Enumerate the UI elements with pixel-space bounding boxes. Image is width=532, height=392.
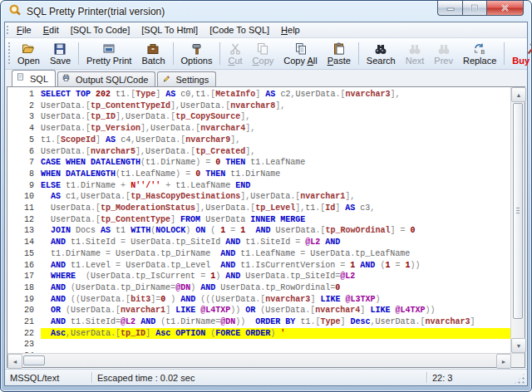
code-text: UserData.[tp_ContentType] FROM UserData … [41, 214, 510, 226]
toolbar-button-label: Open [17, 56, 40, 66]
menu-item-sql-to-html[interactable]: [SQL To Html] [135, 24, 204, 36]
menubar-grip[interactable] [6, 25, 9, 35]
line-number: 5 [7, 135, 41, 146]
code-line[interactable]: 21 AND t1.SiteId=@L2 AND (t1.DirName=@DN… [7, 316, 510, 328]
code-text: UserData.[tp_Version],UserData.[nvarchar… [41, 123, 510, 135]
code-line[interactable]: 13 JOIN Docs AS t1 WITH(NOLOCK) ON ( 1 =… [7, 225, 510, 237]
scroll-up-button[interactable]: ▲ [511, 87, 526, 102]
scroll-down-button[interactable]: ▼ [511, 338, 526, 353]
code-text: AND (UserData.tp_DirName=@DN) AND UserDa… [41, 282, 510, 294]
client-area: FileEdit[SQL To Code][SQL To Html][Code … [4, 22, 528, 386]
status-cursor-position: 22: 3 [427, 370, 514, 385]
code-line[interactable]: 17 WHERE (UserData.tp_IsCurrent = 1) AND… [7, 271, 510, 282]
code-line[interactable]: 12 UserData.[tp_ContentType] FROM UserDa… [7, 214, 510, 226]
toolbar-separator [504, 42, 505, 65]
line-number: 9 [7, 180, 41, 192]
svg-text:B: B [481, 49, 485, 55]
code-line[interactable]: 7CASE WHEN DATALENGTH(t1.DirName) = 0 TH… [7, 157, 510, 169]
pretty-print-icon [102, 42, 116, 56]
horizontal-scroll-track[interactable] [46, 354, 496, 367]
menu-item-sql-to-code[interactable]: [SQL To Code] [65, 24, 136, 36]
tab-settings[interactable]: Settings [157, 71, 216, 86]
menu-bar: FileEdit[SQL To Code][SQL To Html][Code … [5, 22, 527, 38]
code-line[interactable]: 23 [7, 339, 510, 350]
vertical-scrollbar[interactable]: ▲ ▼ [510, 87, 525, 353]
code-line[interactable]: 2UserData.[tp_ContentTypeId],UserData.[n… [7, 100, 510, 112]
line-number: 16 [7, 260, 41, 272]
line-number: 8 [7, 169, 41, 180]
scroll-left-button[interactable]: ◄ [7, 354, 22, 369]
prev-icon [437, 42, 451, 56]
line-number: 2 [7, 100, 41, 112]
line-number: 21 [7, 316, 41, 328]
tab-label: Settings [175, 75, 209, 85]
minimize-button[interactable] [437, 1, 462, 16]
copy-all-button[interactable]: Copy All [278, 39, 322, 68]
code-text: AS c1,UserData.[tp_HasCopyDestinations],… [41, 191, 510, 203]
code-line[interactable]: 11 UserData.[tp_ModerationStatus],UserDa… [7, 203, 510, 214]
open-button[interactable]: Open [12, 39, 45, 68]
horizontal-scrollbar[interactable]: ◄ ► [7, 354, 511, 367]
cut-button: Cut [223, 39, 247, 68]
batch-button[interactable]: Batch [136, 39, 170, 68]
tab-sql[interactable]: SQL [12, 70, 56, 86]
menu-item-help[interactable]: Help [275, 24, 306, 36]
prev-button: Prev [429, 39, 458, 68]
close-button[interactable] [486, 1, 524, 16]
code-line[interactable]: 4UserData.[tp_Version],UserData.[nvarcha… [7, 123, 510, 135]
code-text: OR (UserData.[nvarchar1] LIKE @L4TXP)) O… [41, 305, 510, 316]
line-number: 13 [7, 225, 41, 237]
line-number: 18 [7, 282, 41, 294]
options-button[interactable]: Options [176, 39, 218, 68]
code-line[interactable]: 6UserData.[nvarchar5],UserData.[tp_Creat… [7, 146, 510, 158]
code-text: t1.DirName = UserData.tp_DirName AND t1.… [41, 248, 510, 260]
code-line[interactable]: 20 OR (UserData.[nvarchar1] LIKE @L4TXP)… [7, 305, 510, 316]
code-line[interactable]: 5t1.[ScopeId] AS c4,UserData.[nvarchar9]… [7, 135, 510, 146]
code-line[interactable]: 18 AND (UserData.tp_DirName=@DN) AND Use… [7, 282, 510, 294]
tab-label: Output SQL/Code [76, 75, 148, 85]
vertical-scroll-thumb[interactable] [513, 103, 523, 319]
maximize-button[interactable] [462, 1, 486, 16]
buy-now-button[interactable]: Buy Now [507, 39, 532, 68]
search-button[interactable]: Search [362, 39, 401, 68]
resize-grip[interactable] [514, 373, 525, 385]
code-line[interactable]: 1SELECT TOP 202 t1.[Type] AS c0,t1.[Meta… [7, 89, 510, 100]
line-number: 20 [7, 305, 41, 316]
code-line[interactable]: 10 AS c1,UserData.[tp_HasCopyDestination… [7, 191, 510, 203]
code-line[interactable]: 3UserData.[tp_ID],UserData.[tp_CopySourc… [7, 111, 510, 123]
save-button[interactable]: Save [45, 39, 76, 68]
toolbar-grip[interactable] [7, 42, 11, 64]
copy-button: Copy [248, 39, 279, 68]
save-icon [53, 42, 66, 56]
open-folder-icon [22, 42, 35, 56]
vertical-scroll-track[interactable] [511, 320, 525, 338]
code-text: UserData.[nvarchar5],UserData.[tp_Create… [41, 146, 510, 158]
code-text: t1.[ScopeId] AS c4,UserData.[nvarchar9], [41, 135, 510, 146]
tab-output-sql-code[interactable]: Output SQL/Code [57, 71, 155, 86]
sql-code-editor[interactable]: 1SELECT TOP 202 t1.[Type] AS c0,t1.[Meta… [7, 87, 510, 353]
code-line-highlighted[interactable]: 22 Asc,UserData.[tp_ID] Asc OPTION (FORC… [7, 328, 510, 340]
scroll-right-button[interactable]: ► [496, 354, 511, 369]
code-line[interactable]: 9ELSE t1.DirName + N''/'' + t1.LeafName … [7, 180, 510, 192]
menu-item-code-to-sql[interactable]: [Code To SQL] [204, 24, 275, 36]
toolbar-button-label: Cut [228, 56, 242, 66]
code-line[interactable]: 16 AND t1.Level = UserData.tp_Level AND … [7, 260, 510, 272]
code-line[interactable]: 14 AND t1.SiteId = UserData.tp_SiteId AN… [7, 237, 510, 248]
line-number: 11 [7, 203, 41, 214]
code-text: WHERE (UserData.tp_IsCurrent = 1) AND Us… [41, 271, 510, 282]
code-line[interactable]: 8WHEN DATALENGTH(t1.LeafName) = 0 THEN t… [7, 169, 510, 180]
horizontal-scroll-thumb[interactable] [23, 355, 45, 365]
pretty-print-button[interactable]: Pretty Print [81, 39, 136, 68]
code-text: UserData.[tp_ContentTypeId],UserData.[nv… [41, 100, 510, 112]
toolbar-button-label: Copy All [283, 56, 317, 66]
menu-item-file[interactable]: File [11, 24, 37, 36]
code-line[interactable]: 19 AND ((UserData.[bit3]=0 ) AND (((User… [7, 294, 510, 306]
line-number: 7 [7, 157, 41, 169]
menu-item-edit[interactable]: Edit [37, 24, 65, 36]
replace-button[interactable]: BReplace [458, 39, 501, 68]
paste-button[interactable]: Paste [323, 39, 356, 68]
code-line[interactable]: 15 t1.DirName = UserData.tp_DirName AND … [7, 248, 510, 260]
line-number: 4 [7, 123, 41, 135]
toolbar-button-label: Next [406, 56, 425, 66]
next-icon [408, 42, 421, 56]
